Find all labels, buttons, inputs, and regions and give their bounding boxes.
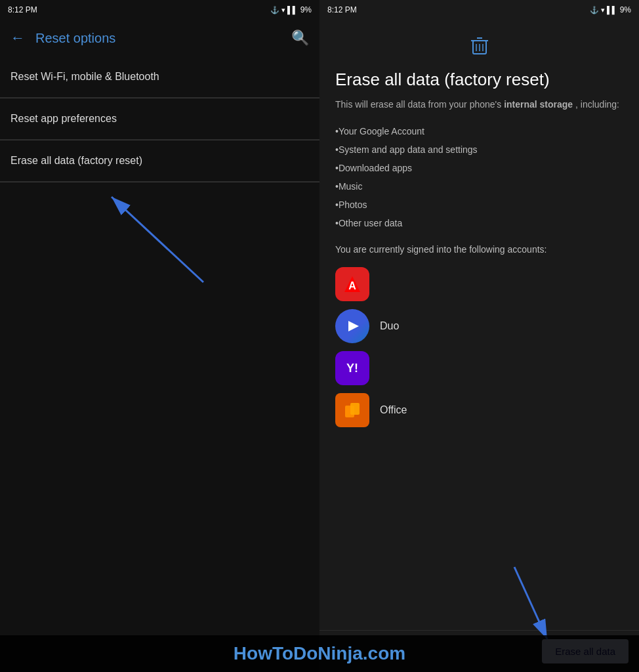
list-item-userdata-text: •Other user data — [335, 214, 402, 232]
erase-list: •Your Google Account •System and app dat… — [335, 122, 623, 232]
list-item-system: •System and app data and settings — [335, 140, 623, 159]
list-item-google-text: •Your Google Account — [335, 122, 424, 140]
watermark-bar: HowToDoNinja.com — [0, 635, 639, 672]
menu-app-prefs-label: Reset app preferences — [10, 113, 117, 124]
right-bluetooth-icon: ⚓ — [590, 6, 599, 14]
left-battery: 9% — [300, 5, 312, 14]
left-connectivity-icons: ⚓ ▾ ▌▌ — [270, 6, 298, 14]
list-item-music: •Music — [335, 177, 623, 196]
left-header: ← Reset options 🔍 — [0, 20, 320, 56]
right-content: Erase all data (factory reset) This will… — [320, 20, 639, 630]
list-item-apps: •Downloaded apps — [335, 159, 623, 177]
right-status-bar: 8:12 PM ⚓ ▾ ▌▌ 9% — [320, 0, 639, 20]
wifi-icon: ▾ — [281, 6, 285, 14]
erase-desc-text: This will erase all data from your phone… — [335, 99, 501, 110]
yahoo-icon: Y! — [335, 351, 369, 385]
list-item-system-text: •System and app data and settings — [335, 140, 478, 159]
adobe-icon: A — [335, 267, 369, 301]
list-item-photos: •Photos — [335, 196, 623, 214]
svg-text:A: A — [348, 280, 356, 291]
accounts-label: You are currently signed into the follow… — [335, 244, 546, 255]
right-time: 8:12 PM — [327, 5, 357, 14]
watermark-text: HowToDoNinja.com — [234, 643, 405, 664]
accounts-list: A Duo Y! — [335, 267, 623, 427]
right-battery: 9% — [620, 5, 631, 14]
bluetooth-icon: ⚓ — [270, 6, 279, 14]
office-label: Office — [380, 404, 407, 416]
menu-item-wifi[interactable]: Reset Wi-Fi, mobile & Bluetooth — [0, 56, 320, 98]
left-status-bar: 8:12 PM ⚓ ▾ ▌▌ 9% — [0, 0, 320, 20]
list-item-userdata: •Other user data — [335, 214, 623, 232]
right-connectivity-icons: ⚓ ▾ ▌▌ — [590, 6, 617, 14]
erase-desc-end: , including: — [575, 99, 619, 110]
right-panel: 8:12 PM ⚓ ▾ ▌▌ 9% Erase all data (factor… — [320, 0, 639, 672]
divider-3 — [0, 182, 320, 182]
menu-item-factory-reset[interactable]: Erase all data (factory reset) — [0, 140, 320, 182]
list-item-photos-text: •Photos — [335, 196, 367, 214]
account-duo: Duo — [335, 309, 623, 343]
list-item-google: •Your Google Account — [335, 122, 623, 140]
menu-factory-label: Erase all data (factory reset) — [10, 155, 142, 166]
right-status-icons: ⚓ ▾ ▌▌ 9% — [590, 5, 631, 14]
right-wifi-icon: ▾ — [601, 6, 605, 14]
page-title: Reset options — [35, 31, 281, 46]
left-status-icons: ⚓ ▾ ▌▌ 9% — [270, 5, 312, 14]
right-signal-icon: ▌▌ — [607, 6, 617, 14]
menu-list: Reset Wi-Fi, mobile & Bluetooth Reset ap… — [0, 56, 320, 672]
back-button[interactable]: ← — [10, 30, 25, 47]
menu-wifi-label: Reset Wi-Fi, mobile & Bluetooth — [10, 71, 159, 82]
duo-icon — [335, 309, 369, 343]
left-time: 8:12 PM — [8, 5, 37, 14]
list-item-apps-text: •Downloaded apps — [335, 159, 412, 177]
signal-icon: ▌▌ — [287, 6, 298, 14]
account-office: Office — [335, 393, 623, 427]
office-icon — [335, 393, 369, 427]
duo-label: Duo — [380, 320, 399, 332]
svg-rect-13 — [350, 403, 360, 415]
search-icon[interactable]: 🔍 — [291, 30, 309, 47]
left-panel: 8:12 PM ⚓ ▾ ▌▌ 9% ← Reset options 🔍 Rese… — [0, 0, 320, 672]
accounts-section: You are currently signed into the follow… — [335, 243, 623, 257]
erase-desc-bold: internal storage — [504, 99, 573, 110]
erase-title: Erase all data (factory reset) — [335, 70, 623, 90]
account-yahoo: Y! — [335, 351, 623, 385]
trash-icon — [335, 33, 623, 59]
svg-marker-11 — [348, 321, 359, 331]
menu-item-app-prefs[interactable]: Reset app preferences — [0, 98, 320, 140]
list-item-music-text: •Music — [335, 177, 362, 196]
erase-description: This will erase all data from your phone… — [335, 98, 623, 112]
account-adobe: A — [335, 267, 623, 301]
